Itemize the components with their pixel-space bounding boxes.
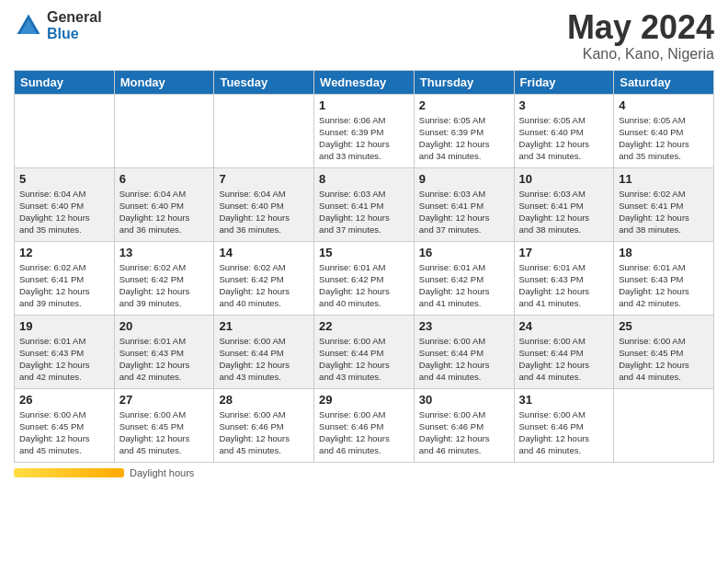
day-info: Sunrise: 6:00 AM Sunset: 6:44 PM Dayligh… <box>519 335 609 384</box>
daylight-bar-icon <box>14 468 124 477</box>
calendar-cell <box>614 388 714 462</box>
day-info: Sunrise: 6:00 AM Sunset: 6:45 PM Dayligh… <box>119 408 210 457</box>
calendar-week-row: 1Sunrise: 6:06 AM Sunset: 6:39 PM Daylig… <box>15 94 714 167</box>
day-info: Sunrise: 6:06 AM Sunset: 6:39 PM Dayligh… <box>319 114 409 163</box>
day-info: Sunrise: 6:00 AM Sunset: 6:44 PM Dayligh… <box>219 335 309 384</box>
calendar-cell: 5Sunrise: 6:04 AM Sunset: 6:40 PM Daylig… <box>15 167 115 241</box>
logo: General Blue <box>14 9 102 41</box>
day-info: Sunrise: 6:01 AM Sunset: 6:42 PM Dayligh… <box>319 261 409 310</box>
calendar-cell: 22Sunrise: 6:00 AM Sunset: 6:44 PM Dayli… <box>314 315 415 388</box>
day-info: Sunrise: 6:03 AM Sunset: 6:41 PM Dayligh… <box>519 188 609 236</box>
calendar-week-row: 19Sunrise: 6:01 AM Sunset: 6:43 PM Dayli… <box>15 315 714 388</box>
day-info: Sunrise: 6:00 AM Sunset: 6:45 PM Dayligh… <box>19 408 109 457</box>
day-info: Sunrise: 6:01 AM Sunset: 6:43 PM Dayligh… <box>119 335 210 384</box>
calendar-cell: 1Sunrise: 6:06 AM Sunset: 6:39 PM Daylig… <box>314 94 415 167</box>
day-number: 27 <box>119 393 210 407</box>
day-info: Sunrise: 6:02 AM Sunset: 6:42 PM Dayligh… <box>119 261 210 310</box>
day-number: 13 <box>119 246 210 259</box>
footer: Daylight hours <box>14 467 714 478</box>
calendar-week-row: 12Sunrise: 6:02 AM Sunset: 6:41 PM Dayli… <box>15 241 714 315</box>
day-info: Sunrise: 6:03 AM Sunset: 6:41 PM Dayligh… <box>419 188 509 236</box>
weekday-header-thursday: Thursday <box>414 70 514 94</box>
logo-icon <box>14 11 43 40</box>
weekday-header-wednesday: Wednesday <box>314 70 415 94</box>
calendar-cell: 30Sunrise: 6:00 AM Sunset: 6:46 PM Dayli… <box>414 388 514 462</box>
calendar-cell: 16Sunrise: 6:01 AM Sunset: 6:42 PM Dayli… <box>414 241 514 315</box>
calendar-cell: 23Sunrise: 6:00 AM Sunset: 6:44 PM Dayli… <box>414 315 514 388</box>
day-number: 11 <box>619 172 709 186</box>
logo-general: General <box>47 9 102 26</box>
day-info: Sunrise: 6:03 AM Sunset: 6:41 PM Dayligh… <box>319 188 409 236</box>
calendar-cell: 24Sunrise: 6:00 AM Sunset: 6:44 PM Dayli… <box>514 315 614 388</box>
calendar-cell <box>214 94 314 167</box>
day-info: Sunrise: 6:02 AM Sunset: 6:42 PM Dayligh… <box>219 261 309 310</box>
day-info: Sunrise: 6:02 AM Sunset: 6:41 PM Dayligh… <box>19 261 109 310</box>
day-number: 5 <box>19 172 109 186</box>
day-number: 18 <box>619 246 709 259</box>
weekday-header-friday: Friday <box>514 70 614 94</box>
calendar-cell: 8Sunrise: 6:03 AM Sunset: 6:41 PM Daylig… <box>314 167 415 241</box>
day-info: Sunrise: 6:01 AM Sunset: 6:42 PM Dayligh… <box>419 261 509 310</box>
calendar-title: May 2024 <box>567 9 714 46</box>
daylight-label: Daylight hours <box>130 467 194 478</box>
day-number: 29 <box>319 393 409 407</box>
day-number: 6 <box>119 172 210 186</box>
calendar-cell: 7Sunrise: 6:04 AM Sunset: 6:40 PM Daylig… <box>214 167 314 241</box>
calendar-cell: 29Sunrise: 6:00 AM Sunset: 6:46 PM Dayli… <box>314 388 415 462</box>
day-info: Sunrise: 6:05 AM Sunset: 6:40 PM Dayligh… <box>619 114 709 163</box>
day-info: Sunrise: 6:01 AM Sunset: 6:43 PM Dayligh… <box>519 261 609 310</box>
weekday-header-sunday: Sunday <box>15 70 115 94</box>
calendar-cell <box>114 94 214 167</box>
day-info: Sunrise: 6:00 AM Sunset: 6:46 PM Dayligh… <box>319 408 409 457</box>
day-info: Sunrise: 6:01 AM Sunset: 6:43 PM Dayligh… <box>19 335 109 384</box>
day-number: 28 <box>219 393 309 407</box>
calendar-cell: 3Sunrise: 6:05 AM Sunset: 6:40 PM Daylig… <box>514 94 614 167</box>
calendar-table: SundayMondayTuesdayWednesdayThursdayFrid… <box>14 70 714 463</box>
day-number: 26 <box>19 393 109 407</box>
calendar-subtitle: Kano, Kano, Nigeria <box>567 46 714 63</box>
day-number: 24 <box>519 319 609 333</box>
calendar-cell: 21Sunrise: 6:00 AM Sunset: 6:44 PM Dayli… <box>214 315 314 388</box>
day-number: 10 <box>519 172 609 186</box>
day-number: 2 <box>419 98 509 112</box>
day-info: Sunrise: 6:02 AM Sunset: 6:41 PM Dayligh… <box>619 188 709 236</box>
day-number: 19 <box>19 319 109 333</box>
day-number: 20 <box>119 319 210 333</box>
day-number: 3 <box>519 98 609 112</box>
day-number: 1 <box>319 98 409 112</box>
weekday-header-saturday: Saturday <box>614 70 714 94</box>
calendar-cell: 6Sunrise: 6:04 AM Sunset: 6:40 PM Daylig… <box>114 167 214 241</box>
calendar-cell: 27Sunrise: 6:00 AM Sunset: 6:45 PM Dayli… <box>114 388 214 462</box>
day-info: Sunrise: 6:00 AM Sunset: 6:46 PM Dayligh… <box>419 408 509 457</box>
day-info: Sunrise: 6:00 AM Sunset: 6:46 PM Dayligh… <box>219 408 309 457</box>
calendar-cell: 31Sunrise: 6:00 AM Sunset: 6:46 PM Dayli… <box>514 388 614 462</box>
weekday-header-monday: Monday <box>114 70 214 94</box>
calendar-cell: 26Sunrise: 6:00 AM Sunset: 6:45 PM Dayli… <box>15 388 115 462</box>
calendar-cell: 10Sunrise: 6:03 AM Sunset: 6:41 PM Dayli… <box>514 167 614 241</box>
calendar-cell: 25Sunrise: 6:00 AM Sunset: 6:45 PM Dayli… <box>614 315 714 388</box>
day-info: Sunrise: 6:00 AM Sunset: 6:44 PM Dayligh… <box>319 335 409 384</box>
weekday-header-tuesday: Tuesday <box>214 70 314 94</box>
day-number: 14 <box>219 246 309 259</box>
calendar-cell: 11Sunrise: 6:02 AM Sunset: 6:41 PM Dayli… <box>614 167 714 241</box>
calendar-cell: 19Sunrise: 6:01 AM Sunset: 6:43 PM Dayli… <box>15 315 115 388</box>
weekday-header-row: SundayMondayTuesdayWednesdayThursdayFrid… <box>15 70 714 94</box>
title-block: May 2024 Kano, Kano, Nigeria <box>567 9 714 63</box>
day-info: Sunrise: 6:04 AM Sunset: 6:40 PM Dayligh… <box>19 188 109 236</box>
day-number: 12 <box>19 246 109 259</box>
day-number: 31 <box>519 393 609 407</box>
header: General Blue May 2024 Kano, Kano, Nigeri… <box>14 9 714 63</box>
day-number: 23 <box>419 319 509 333</box>
day-info: Sunrise: 6:05 AM Sunset: 6:40 PM Dayligh… <box>519 114 609 163</box>
day-number: 7 <box>219 172 309 186</box>
day-number: 25 <box>619 319 709 333</box>
calendar-cell <box>15 94 115 167</box>
calendar-week-row: 5Sunrise: 6:04 AM Sunset: 6:40 PM Daylig… <box>15 167 714 241</box>
day-number: 17 <box>519 246 609 259</box>
calendar-cell: 28Sunrise: 6:00 AM Sunset: 6:46 PM Dayli… <box>214 388 314 462</box>
calendar-week-row: 26Sunrise: 6:00 AM Sunset: 6:45 PM Dayli… <box>15 388 714 462</box>
calendar-cell: 9Sunrise: 6:03 AM Sunset: 6:41 PM Daylig… <box>414 167 514 241</box>
calendar-cell: 14Sunrise: 6:02 AM Sunset: 6:42 PM Dayli… <box>214 241 314 315</box>
day-number: 16 <box>419 246 509 259</box>
day-info: Sunrise: 6:04 AM Sunset: 6:40 PM Dayligh… <box>119 188 210 236</box>
